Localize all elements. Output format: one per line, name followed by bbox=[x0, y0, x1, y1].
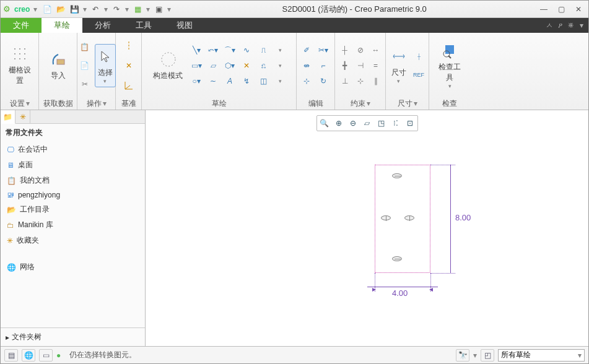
divide-icon[interactable]: ⊹ bbox=[299, 74, 314, 89]
thicken-icon[interactable]: ⎌ bbox=[256, 58, 271, 73]
open-file-icon[interactable]: 📂 bbox=[55, 3, 67, 15]
sidebar-item-session[interactable]: 🖵在会话中 bbox=[6, 142, 140, 157]
undo-dropdown-icon[interactable]: ▾ bbox=[103, 3, 109, 15]
offset-drop-icon[interactable]: ▾ bbox=[273, 43, 287, 58]
sketch-symbol-1[interactable] bbox=[392, 173, 402, 178]
perp-icon[interactable]: ⊥ bbox=[338, 74, 352, 89]
new-file-icon[interactable]: 📄 bbox=[41, 3, 53, 15]
equal-icon[interactable]: = bbox=[369, 58, 383, 73]
coincident-icon[interactable]: ⊹ bbox=[353, 74, 368, 89]
help-search-icon[interactable]: ዖ bbox=[558, 21, 562, 30]
arc-icon[interactable]: ⤺▾ bbox=[206, 43, 220, 58]
dim-width[interactable]: 4.00 bbox=[392, 288, 408, 298]
sym-icon[interactable]: ↔ bbox=[369, 43, 383, 58]
zoom-fit-icon[interactable]: 🔍 bbox=[318, 116, 331, 130]
maximize-button[interactable]: ▢ bbox=[554, 3, 569, 15]
tab-tools[interactable]: 工具 bbox=[123, 18, 164, 33]
offset-icon[interactable]: ⎍ bbox=[256, 43, 271, 58]
line-icon[interactable]: ╲▾ bbox=[189, 43, 204, 58]
group-label-operate[interactable]: 操作▾ bbox=[80, 97, 113, 110]
zoom-in-icon[interactable]: ⊕ bbox=[332, 116, 346, 130]
minimize-button[interactable]: — bbox=[536, 3, 551, 15]
tab-sketch[interactable]: 草绘 bbox=[41, 18, 82, 33]
windows-icon[interactable]: ▣ bbox=[152, 3, 165, 15]
sine-icon[interactable]: ∼ bbox=[206, 74, 220, 89]
text-icon[interactable]: A bbox=[222, 74, 237, 89]
regen-dropdown-icon[interactable]: ▾ bbox=[145, 3, 151, 15]
undo-icon[interactable]: ↶ bbox=[89, 3, 102, 15]
baseline-dim-icon[interactable]: ⟊ bbox=[411, 49, 426, 64]
sidebar-folder-tree[interactable]: ▸文件夹树 bbox=[1, 327, 145, 346]
tab-view[interactable]: 视图 bbox=[164, 18, 205, 33]
modify-icon[interactable]: ✐ bbox=[299, 43, 314, 58]
help-dropdown-icon[interactable]: ▾ bbox=[580, 21, 583, 30]
construct-mode-button[interactable]: 构造模式 bbox=[149, 44, 186, 87]
status-find-icon[interactable]: 🔭 bbox=[456, 349, 469, 362]
status-browser-icon[interactable]: 🌐 bbox=[22, 349, 35, 362]
grid-settings-button[interactable]: 栅格设置 bbox=[5, 44, 35, 87]
dim-height[interactable]: 8.00 bbox=[455, 213, 471, 222]
sidebar-item-manikin[interactable]: 🗀Manikin 库 bbox=[6, 217, 140, 233]
trim-icon[interactable]: ✂▾ bbox=[316, 43, 331, 58]
sidebar-item-user[interactable]: 🖳pengzhiyong bbox=[6, 188, 140, 202]
collapse-ribbon-icon[interactable]: ㅅ bbox=[546, 20, 553, 31]
dimension-button[interactable]: 尺寸 ▾ bbox=[388, 44, 409, 87]
rect-icon[interactable]: ▭▾ bbox=[189, 58, 204, 73]
mirror-icon[interactable]: ⇎ bbox=[299, 58, 314, 73]
sketch-symbol-3[interactable] bbox=[381, 215, 391, 220]
fillet-icon[interactable]: ⌒▾ bbox=[222, 43, 237, 58]
display-style-icon[interactable]: ◳ bbox=[375, 116, 388, 130]
coord-icon[interactable]: ↯ bbox=[239, 74, 254, 89]
parallelogram-icon[interactable]: ▱ bbox=[206, 58, 220, 73]
regenerate-icon[interactable]: ▦ bbox=[131, 3, 144, 15]
canvas[interactable]: 🔍 ⊕ ⊖ ▱ ◳ ⁝⁚ ⊡ 8.00 ▸ ◂ bbox=[146, 110, 588, 346]
view-manager-icon[interactable]: ⊡ bbox=[403, 116, 417, 130]
import-button[interactable]: 导入 bbox=[43, 44, 73, 87]
find-dropdown-icon[interactable]: ▾ bbox=[473, 351, 477, 360]
select-button[interactable]: 选择 ▾ bbox=[95, 44, 116, 87]
tangent-icon[interactable]: ⊘ bbox=[353, 43, 368, 58]
corner-icon[interactable]: ⌐ bbox=[316, 58, 331, 73]
group-label-settings[interactable]: 设置▾ bbox=[3, 97, 36, 110]
sidebar-tab-folders[interactable]: 📁 bbox=[1, 110, 15, 124]
horiz-icon[interactable]: ╋ bbox=[338, 58, 352, 73]
tab-analysis[interactable]: 分析 bbox=[82, 18, 123, 33]
copy-icon[interactable]: 📋 bbox=[77, 40, 92, 54]
close-button[interactable]: ✕ bbox=[571, 3, 586, 15]
sidebar-item-desktop[interactable]: 🖥桌面 bbox=[6, 157, 140, 173]
group-label-constrain[interactable]: 约束▾ bbox=[338, 97, 383, 110]
save-icon[interactable]: 💾 bbox=[68, 3, 81, 15]
status-folder-icon[interactable]: ▭ bbox=[39, 349, 53, 362]
sidebar-tab-favorites[interactable]: ✳ bbox=[15, 110, 30, 123]
circle-icon[interactable]: ○▾ bbox=[189, 74, 204, 89]
sketch-symbol-2[interactable] bbox=[392, 256, 402, 261]
coord-sys-icon[interactable] bbox=[121, 78, 136, 93]
redo-dropdown-icon[interactable]: ▾ bbox=[124, 3, 130, 15]
sidebar-item-workdir[interactable]: 📂工作目录 bbox=[6, 202, 140, 217]
status-tree-icon[interactable]: ▤ bbox=[4, 349, 18, 362]
centerline-icon[interactable] bbox=[121, 38, 136, 53]
mid-icon[interactable]: ⊣ bbox=[353, 58, 368, 73]
sidebar-item-favorites[interactable]: ✳收藏夹 bbox=[6, 233, 140, 248]
inspect-button[interactable]: 检查工具 ▾ bbox=[435, 41, 465, 90]
repaint-icon[interactable]: ▱ bbox=[360, 116, 374, 130]
cross-icon[interactable]: ✕ bbox=[239, 58, 254, 73]
ref-dim-icon[interactable]: REF bbox=[411, 67, 426, 82]
sidebar-item-network[interactable]: 🌐网络 bbox=[6, 259, 140, 275]
windows-dropdown-icon[interactable]: ▾ bbox=[166, 3, 172, 15]
palette-drop-icon[interactable]: ▾ bbox=[273, 74, 287, 89]
group-label-dimension[interactable]: 尺寸▾ bbox=[388, 97, 426, 110]
vert-constrain-icon[interactable]: ┼ bbox=[338, 43, 352, 58]
zoom-out-icon[interactable]: ⊖ bbox=[346, 116, 360, 130]
cut-icon[interactable]: ✂ bbox=[77, 77, 92, 92]
parallel-icon[interactable]: ∥ bbox=[369, 74, 383, 89]
status-selection-icon[interactable]: ◰ bbox=[481, 349, 494, 362]
paste-icon[interactable]: 📄 bbox=[77, 58, 92, 73]
tab-file[interactable]: 文件 bbox=[1, 18, 41, 33]
sketch-symbol-4[interactable] bbox=[404, 215, 414, 220]
save-dropdown-icon[interactable]: ▾ bbox=[82, 3, 88, 15]
sidebar-item-documents[interactable]: 📋我的文档 bbox=[6, 173, 140, 188]
chamfer-icon[interactable]: ⬡▾ bbox=[222, 58, 237, 73]
status-filter-combo[interactable]: 所有草绘▾ bbox=[498, 349, 585, 362]
thicken-drop-icon[interactable]: ▾ bbox=[273, 58, 287, 73]
